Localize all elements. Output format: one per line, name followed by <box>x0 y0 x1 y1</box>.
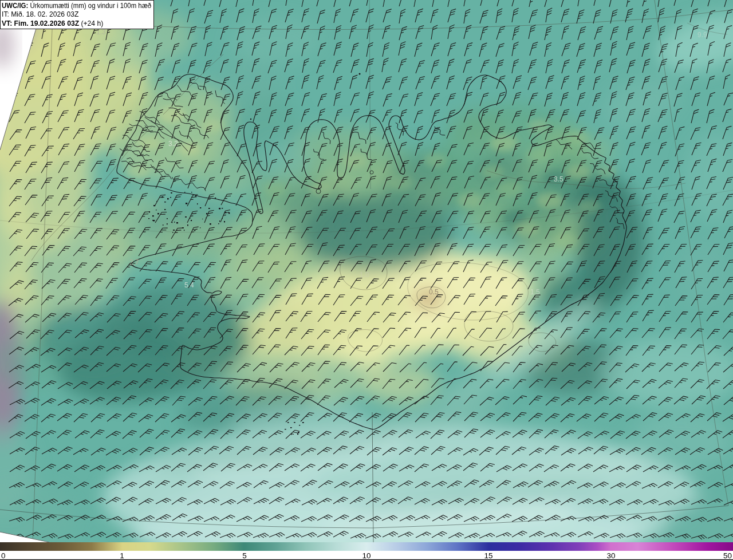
svg-text:3.2: 3.2 <box>168 140 178 148</box>
svg-text:0.5: 0.5 <box>429 288 439 296</box>
svg-text:9.9: 9.9 <box>697 31 707 39</box>
svg-text:1: 1 <box>120 551 124 560</box>
svg-text:15: 15 <box>484 551 492 560</box>
svg-text:5: 5 <box>242 551 247 560</box>
svg-text:1.3: 1.3 <box>96 28 106 36</box>
svg-text:10: 10 <box>362 551 371 560</box>
svg-text:30: 30 <box>606 551 615 560</box>
svg-text:3.5: 3.5 <box>554 175 563 183</box>
svg-text:50: 50 <box>723 551 732 560</box>
svg-text:0: 0 <box>1 551 6 560</box>
svg-text:1.0: 1.0 <box>360 271 369 279</box>
svg-text:5.4: 5.4 <box>184 281 194 289</box>
